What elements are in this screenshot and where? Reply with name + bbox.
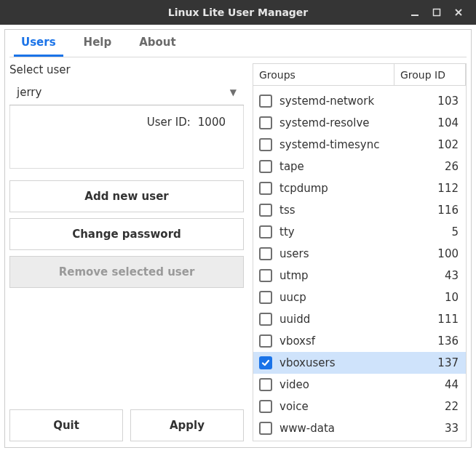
group-checkbox[interactable] (259, 400, 272, 413)
group-id: 100 (422, 247, 459, 260)
table-row[interactable]: uuidd111 (253, 308, 466, 330)
table-row[interactable]: utmp43 (253, 265, 466, 286)
group-id: 111 (422, 313, 459, 326)
group-checkbox[interactable] (259, 334, 272, 348)
add-user-label: Add new user (84, 190, 168, 203)
group-checkbox[interactable] (259, 356, 272, 369)
remove-user-button: Remove selected user (9, 256, 244, 288)
group-name: uuidd (279, 313, 422, 326)
table-row[interactable]: tcpdump112 (253, 177, 466, 199)
tab-about[interactable]: About (132, 30, 183, 57)
table-row[interactable]: voice22 (253, 396, 466, 417)
table-row[interactable]: tty5 (253, 221, 466, 243)
group-name: www-data (279, 422, 422, 435)
table-row[interactable]: vboxusers137 (253, 352, 466, 374)
group-checkbox[interactable] (259, 95, 272, 108)
group-id: 26 (422, 160, 459, 173)
table-row[interactable]: video44 (253, 374, 466, 396)
group-name: systemd-resolve (279, 116, 422, 129)
column-groups[interactable]: Groups (253, 64, 394, 85)
group-checkbox[interactable] (259, 204, 272, 217)
group-checkbox[interactable] (259, 160, 272, 173)
table-row[interactable]: uucp10 (253, 286, 466, 308)
group-id: 22 (422, 400, 459, 413)
change-password-button[interactable]: Change password (9, 218, 244, 250)
tabbar: UsersHelpAbout (9, 33, 467, 57)
group-checkbox[interactable] (259, 269, 272, 282)
bottom-actions: Quit Apply (9, 409, 244, 441)
group-checkbox[interactable] (259, 138, 272, 151)
group-id: 44 (422, 378, 459, 391)
minimize-button[interactable] (409, 7, 421, 18)
groups-grid: Groups Group ID systemd-journal101system… (253, 63, 467, 441)
apply-button[interactable]: Apply (130, 409, 244, 441)
group-checkbox[interactable] (259, 116, 272, 129)
group-checkbox[interactable] (259, 247, 272, 260)
group-name: tty (279, 225, 422, 238)
window-controls (409, 0, 472, 25)
group-id: 112 (422, 182, 459, 195)
group-checkbox[interactable] (259, 378, 272, 391)
group-checkbox[interactable] (259, 313, 272, 326)
grid-header: Groups Group ID (253, 64, 466, 86)
table-row[interactable]: vboxsf136 (253, 330, 466, 352)
group-name: tss (279, 204, 422, 217)
group-name: systemd-timesync (279, 138, 422, 151)
close-button[interactable] (453, 7, 464, 18)
group-name: users (279, 247, 422, 260)
window-title: Linux Lite User Manager (168, 7, 309, 18)
group-id: 33 (422, 422, 459, 435)
table-row[interactable]: systemd-resolve104 (253, 112, 466, 134)
group-name: vboxusers (279, 356, 422, 369)
group-id: 116 (422, 204, 459, 217)
group-id: 103 (422, 95, 459, 108)
group-name: uucp (279, 291, 422, 304)
add-user-button[interactable]: Add new user (9, 180, 244, 212)
user-select[interactable]: jerry ▼ (9, 79, 244, 105)
group-name: utmp (279, 269, 422, 282)
table-row[interactable]: systemd-network103 (253, 90, 466, 112)
group-id: 104 (422, 116, 459, 129)
svg-rect-0 (411, 15, 419, 16)
table-row[interactable]: systemd-timesync102 (253, 134, 466, 156)
user-id-label: User ID: (147, 116, 191, 129)
group-id: 10 (422, 291, 459, 304)
group-checkbox[interactable] (259, 182, 272, 195)
group-name: vboxsf (279, 334, 422, 348)
table-row[interactable]: www-data33 (253, 417, 466, 439)
quit-button[interactable]: Quit (9, 409, 123, 441)
group-name: systemd-network (279, 95, 422, 108)
group-checkbox[interactable] (259, 291, 272, 304)
group-checkbox[interactable] (259, 225, 272, 238)
tab-users[interactable]: Users (14, 30, 63, 57)
group-checkbox[interactable] (259, 422, 272, 435)
table-row[interactable]: users100 (253, 243, 466, 265)
column-group-id[interactable]: Group ID (394, 64, 466, 85)
user-id-row: User ID: 1000 (9, 105, 244, 169)
window-body: UsersHelpAbout Select user jerry ▼ User … (4, 29, 472, 448)
titlebar: Linux Lite User Manager (0, 0, 476, 25)
group-name: video (279, 378, 422, 391)
group-name: voice (279, 400, 422, 413)
table-row[interactable]: tape26 (253, 156, 466, 177)
select-user-label: Select user (9, 63, 244, 76)
group-id: 43 (422, 269, 459, 282)
group-id: 102 (422, 138, 459, 151)
quit-label: Quit (53, 419, 79, 432)
main-content: Select user jerry ▼ User ID: 1000 Add ne… (9, 63, 467, 441)
group-id: 5 (422, 225, 459, 238)
group-id: 137 (422, 356, 459, 369)
remove-user-label: Remove selected user (59, 265, 195, 278)
maximize-button[interactable] (431, 7, 443, 18)
tab-help[interactable]: Help (76, 30, 119, 57)
user-id-value: 1000 (198, 116, 226, 129)
change-password-label: Change password (72, 228, 181, 241)
group-id: 136 (422, 334, 459, 348)
svg-rect-1 (434, 9, 440, 16)
left-panel: Select user jerry ▼ User ID: 1000 Add ne… (9, 63, 244, 441)
table-row[interactable]: tss116 (253, 199, 466, 221)
apply-label: Apply (170, 419, 205, 432)
chevron-down-icon: ▼ (230, 87, 237, 97)
grid-body[interactable]: systemd-journal101systemd-network103syst… (253, 86, 466, 441)
group-name: tape (279, 160, 422, 173)
